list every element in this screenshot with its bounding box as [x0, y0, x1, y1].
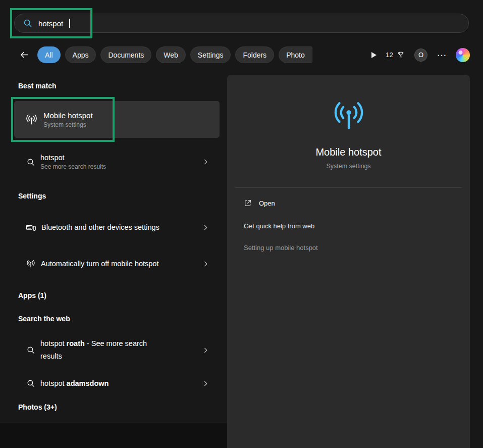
see-more-result[interactable]: hotspot See more search results — [14, 148, 220, 176]
divider — [235, 187, 462, 188]
auto-hotspot-settings-result[interactable]: Automatically turn off mobile hotspot — [14, 248, 220, 279]
search-icon — [26, 379, 35, 388]
open-external-icon — [244, 199, 252, 207]
filter-bar-right: 12 O … — [371, 48, 470, 62]
filter-tab-web[interactable]: Web — [156, 46, 186, 63]
filter-bar: All Apps Documents Web Settings Folders … — [15, 45, 470, 64]
avatar-initial: O — [418, 51, 423, 59]
photos-heading: Photos (3+) — [18, 403, 220, 413]
filter-tab-apps[interactable]: Apps — [65, 46, 96, 63]
back-arrow-icon — [19, 49, 30, 60]
filter-tab-settings[interactable]: Settings — [190, 46, 231, 63]
result-title: hotspot adamsdown — [40, 379, 109, 387]
preview-panel: Mobile hotspot System settings Open Get … — [227, 75, 470, 448]
best-match-heading: Best match — [18, 82, 220, 92]
setup-hotspot-link[interactable]: Setting up mobile hotspot — [244, 244, 318, 252]
open-button[interactable]: Open — [244, 199, 275, 207]
results-list: Best match Mobile hotspot System setting… — [14, 75, 220, 413]
chips-overflow-icon[interactable] — [371, 52, 377, 58]
result-subtitle: See more search results — [40, 163, 106, 170]
apps-heading: Apps (1) — [18, 291, 220, 302]
chevron-right-icon — [202, 346, 209, 354]
preview-title: Mobile hotspot — [315, 146, 381, 158]
chevron-right-icon — [202, 260, 209, 268]
web-search-result[interactable]: hotspot roath - See more search results — [14, 334, 220, 366]
search-icon — [23, 18, 33, 28]
search-icon — [26, 345, 35, 355]
search-icon — [26, 158, 35, 167]
search-query: hotspot — [38, 19, 63, 28]
web-search-result[interactable]: hotspot adamsdown — [14, 373, 220, 393]
filter-chips: All Apps Documents Web Settings Folders … — [37, 46, 312, 63]
rewards-count: 12 — [386, 51, 393, 59]
hotspot-icon — [25, 113, 38, 126]
open-label: Open — [259, 200, 275, 207]
result-title: Mobile hotspot — [43, 111, 93, 120]
filter-tab-folders[interactable]: Folders — [235, 46, 274, 63]
hotspot-icon — [330, 97, 367, 136]
result-subtitle: System settings — [43, 121, 93, 128]
result-title: hotspot roath - See more search results — [40, 337, 169, 363]
rewards-trophy-icon — [396, 51, 405, 60]
search-web-heading: Search the web — [18, 315, 220, 325]
devices-icon — [25, 222, 36, 233]
back-button[interactable] — [15, 46, 33, 64]
settings-heading: Settings — [18, 192, 220, 202]
chevron-right-icon — [202, 380, 209, 387]
rewards-button[interactable]: 12 — [386, 51, 405, 60]
preview-subtitle: System settings — [326, 163, 370, 170]
filter-tab-all[interactable]: All — [37, 46, 61, 63]
chevron-right-icon — [202, 224, 209, 231]
best-match-result[interactable]: Mobile hotspot System settings — [14, 101, 220, 138]
quick-help-link[interactable]: Get quick help from web — [244, 222, 314, 230]
bottom-strip — [0, 423, 227, 448]
chevron-right-icon — [202, 158, 209, 166]
hotspot-icon — [26, 259, 36, 269]
search-flyout: hotspot All Apps Documents Web Settings … — [0, 0, 483, 448]
filter-tab-documents[interactable]: Documents — [100, 46, 151, 63]
more-options-icon[interactable]: … — [437, 49, 447, 61]
avatar[interactable]: O — [414, 48, 427, 62]
text-caret — [69, 19, 70, 28]
copilot-icon[interactable] — [456, 48, 470, 62]
bluetooth-settings-result[interactable]: Bluetooth and other devices settings — [14, 212, 220, 242]
result-title: hotspot — [40, 154, 106, 162]
result-title: Bluetooth and other devices settings — [41, 221, 159, 234]
search-input[interactable]: hotspot — [14, 14, 469, 33]
result-title: Automatically turn off mobile hotspot — [41, 258, 158, 270]
filter-tab-photos[interactable]: Photo — [279, 46, 312, 63]
